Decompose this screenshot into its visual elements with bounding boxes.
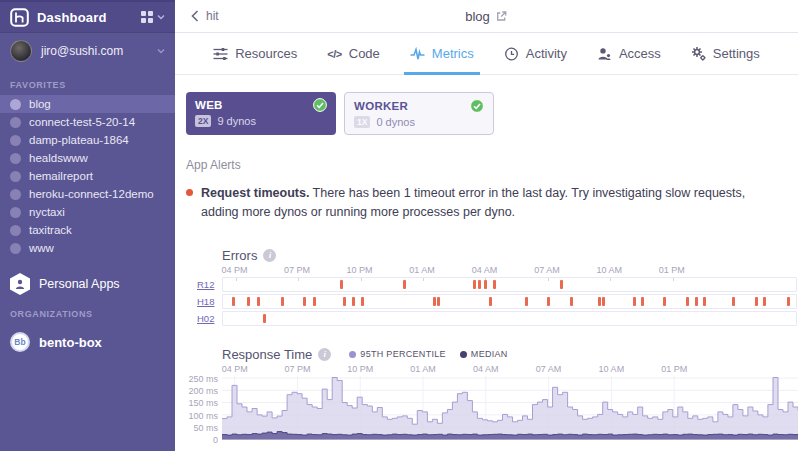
apps-grid-button[interactable] — [141, 11, 165, 23]
status-ok-icon — [313, 98, 327, 112]
error-tick — [263, 314, 266, 323]
sidebar: Dashboard jiro@sushi.com FAVORITES blog … — [0, 0, 175, 451]
dyno-name: WEB — [195, 99, 223, 111]
alert-text: Request timeouts. There has been 1 timeo… — [201, 184, 782, 223]
person-icon — [10, 273, 30, 295]
app-icon — [10, 99, 21, 110]
error-tick — [473, 280, 476, 289]
error-tick — [763, 297, 766, 306]
sidebar-item-personal-apps[interactable]: Personal Apps — [0, 271, 175, 297]
app-title: Dashboard — [37, 10, 107, 25]
error-tick — [489, 297, 492, 306]
x-axis-label: 07 AM — [529, 364, 569, 374]
y-axis-label: 200 ms — [186, 386, 218, 396]
error-tick — [787, 297, 790, 306]
legend-item-p95: 95TH PERCENTILE — [349, 349, 446, 359]
dyno-card-worker[interactable]: WORKER 1X 0 dynos — [344, 92, 494, 135]
error-tick — [525, 297, 528, 306]
errors-x-axis: 04 PM07 PM10 PM01 AM04 AM07 AM10 AM01 PM — [222, 263, 798, 277]
y-axis-label: 250 ms — [186, 374, 218, 384]
response-time-section: Response Time i 95TH PERCENTILE MEDIAN 0… — [186, 347, 798, 440]
user-email: jiro@sushi.com — [41, 44, 123, 58]
error-tick — [403, 280, 406, 289]
axis-tick — [548, 278, 549, 281]
app-icon — [10, 153, 21, 164]
dyno-cards: WEB 2X 9 dynos WORKER — [186, 92, 798, 135]
error-tick — [641, 297, 644, 306]
error-tick — [570, 297, 573, 306]
x-axis-label: 04 AM — [464, 265, 504, 275]
user-menu[interactable]: jiro@sushi.com — [0, 32, 175, 68]
tab-code[interactable]: </> Code — [327, 33, 379, 74]
tab-settings[interactable]: Settings — [691, 33, 760, 74]
access-person-icon — [597, 47, 612, 61]
avatar — [10, 40, 32, 62]
tab-resources[interactable]: Resources — [213, 33, 297, 74]
dyno-card-web[interactable]: WEB 2X 9 dynos — [186, 92, 336, 135]
error-row-label[interactable]: H02 — [197, 313, 214, 324]
sidebar-item-taxitrack[interactable]: taxitrack — [0, 221, 175, 239]
favorites-label: FAVORITES — [0, 68, 175, 95]
sidebar-item-connect-test-5-20-14[interactable]: connect-test-5-20-14 — [0, 113, 175, 131]
sidebar-item-blog[interactable]: blog — [0, 95, 175, 113]
error-tick — [484, 280, 487, 289]
y-axis-label: 150 ms — [186, 398, 218, 408]
app-icon — [10, 117, 21, 128]
heroku-logo-icon — [10, 8, 29, 27]
axis-tick — [423, 278, 424, 281]
error-tick — [352, 297, 355, 306]
error-tick — [433, 297, 436, 306]
error-tick — [303, 297, 306, 306]
app-alerts-label: App Alerts — [186, 158, 798, 172]
app-icon — [10, 207, 21, 218]
info-icon[interactable]: i — [263, 249, 276, 262]
page-title: blog — [465, 0, 508, 32]
errors-section: Errors i 04 PM07 PM10 PM01 AM04 AM07 AM1… — [186, 248, 798, 326]
legend-dot — [349, 351, 356, 358]
error-tick — [633, 297, 636, 306]
response-x-axis: 04 PM07 PM10 PM01 AM04 AM07 AM10 AM01 PM — [222, 362, 798, 376]
code-icon: </> — [327, 48, 341, 60]
back-button[interactable]: hit — [191, 0, 219, 32]
sidebar-header: Dashboard — [0, 0, 175, 32]
error-tick — [257, 297, 260, 306]
tab-access[interactable]: Access — [597, 33, 661, 74]
sidebar-item-www[interactable]: www — [0, 239, 175, 257]
sidebar-item-bento-box[interactable]: Bb bento-box — [0, 329, 175, 355]
organizations-label: ORGANIZATIONS — [0, 297, 175, 324]
info-icon[interactable]: i — [318, 348, 331, 361]
app-header: hit blog — [175, 0, 798, 33]
size-badge: 1X — [354, 116, 370, 128]
axis-tick — [236, 278, 237, 281]
sidebar-item-heroku-connect-12demo[interactable]: heroku-connect-12demo — [0, 185, 175, 203]
chevron-down-icon — [157, 14, 165, 20]
apps-grid-icon — [141, 11, 153, 23]
tab-activity[interactable]: Activity — [504, 33, 567, 74]
error-tick — [598, 297, 601, 306]
tab-metrics[interactable]: Metrics — [410, 33, 474, 74]
sidebar-item-hemailreport[interactable]: hemailreport — [0, 167, 175, 185]
metrics-icon — [410, 47, 425, 61]
errors-chart-title: Errors — [222, 248, 257, 263]
x-axis-label: 01 PM — [652, 265, 692, 275]
app-icon — [10, 225, 21, 236]
error-tick — [602, 297, 605, 306]
sidebar-item-healdswww[interactable]: healdswww — [0, 149, 175, 167]
alert-bullet-icon — [186, 189, 193, 196]
external-link-icon[interactable] — [496, 10, 508, 22]
error-row-label[interactable]: H18 — [197, 296, 214, 307]
y-axis-label: 50 ms — [186, 423, 218, 433]
legend-dot — [460, 351, 467, 358]
error-row-label[interactable]: R12 — [197, 279, 214, 290]
sidebar-item-damp-plateau-1864[interactable]: damp-plateau-1864 — [0, 131, 175, 149]
axis-tick — [361, 278, 362, 281]
metrics-content: WEB 2X 9 dynos WORKER — [175, 92, 798, 440]
error-row-h18: H18 — [222, 294, 797, 309]
sidebar-item-nyctaxi[interactable]: nyctaxi — [0, 203, 175, 221]
back-label: hit — [206, 9, 219, 23]
error-tick — [478, 280, 481, 289]
x-axis-label: 01 AM — [402, 265, 442, 275]
x-axis-label: 10 PM — [340, 364, 380, 374]
response-chart: 250 ms200 ms150 ms100 ms50 ms0 — [222, 376, 798, 440]
x-axis-label: 07 AM — [527, 265, 567, 275]
